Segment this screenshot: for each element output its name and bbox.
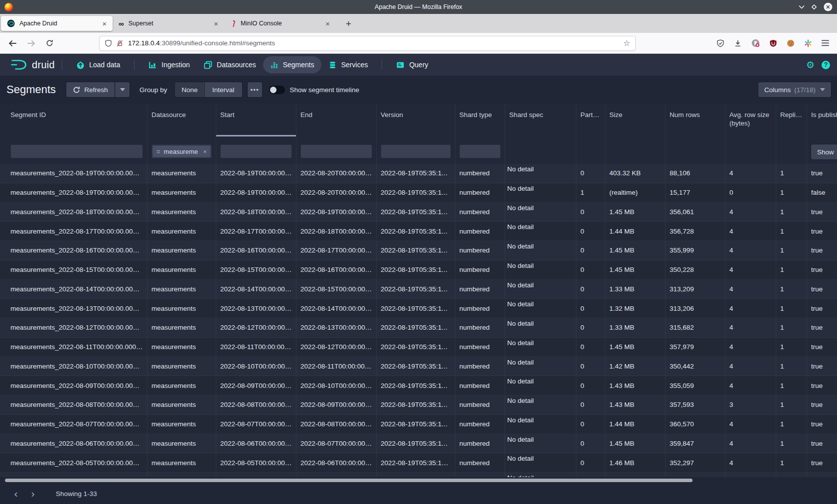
table-row[interactable]: measurements_2022-08-17T00:00:00.000Z...… — [0, 222, 837, 241]
cell-value: measurements — [151, 324, 196, 331]
table-row[interactable]: measurements_2022-08-16T00:00:00.000Z...… — [0, 241, 837, 260]
column-header[interactable]: Is published — [807, 104, 837, 136]
table-row[interactable]: measurements_2022-08-05T00:00:00.000Z...… — [0, 453, 837, 473]
remove-filter-icon[interactable]: × — [203, 148, 207, 155]
chevron-down-icon — [120, 88, 125, 91]
cell-value: 2022-08-19T00:00:00.0... — [220, 169, 292, 177]
column-header[interactable]: End — [296, 104, 377, 136]
segment-timeline-toggle[interactable] — [269, 86, 285, 94]
refresh-button[interactable]: Refresh — [66, 82, 115, 97]
table-row[interactable]: measurements_2022-08-07T00:00:00.000Z...… — [0, 415, 837, 434]
table-row[interactable]: measurements_2022-08-04T00:00:00.000Z...… — [0, 473, 837, 477]
table-row[interactable]: measurements_2022-08-14T00:00:00.000Z...… — [0, 280, 837, 299]
column-header[interactable]: Replicas — [776, 104, 807, 136]
back-icon[interactable] — [8, 39, 17, 47]
forward-icon[interactable] — [27, 39, 36, 47]
more-options-button[interactable]: ••• — [248, 82, 262, 97]
column-header[interactable]: Version — [377, 104, 455, 136]
column-header[interactable]: Avg. row size (bytes) — [725, 104, 776, 136]
bookmark-star-icon[interactable]: ☆ — [623, 38, 630, 48]
column-header[interactable]: Partition — [576, 104, 605, 136]
table-row[interactable]: measurements_2022-08-10T00:00:00.000Z...… — [0, 357, 837, 377]
cell-value: 2022-08-11T00:00:00.0... — [220, 343, 292, 351]
menu-icon[interactable] — [822, 40, 829, 46]
nav-item-services[interactable]: Services — [321, 56, 375, 73]
table-cell: measurements — [147, 318, 216, 337]
help-icon[interactable]: ? — [822, 61, 830, 69]
filter-input[interactable] — [10, 144, 143, 158]
win-close-icon[interactable] — [824, 2, 833, 11]
table-row[interactable]: measurements_2022-08-09T00:00:00.000Z...… — [0, 376, 837, 395]
ublock-icon[interactable] — [769, 39, 777, 47]
column-header[interactable]: Datasource — [147, 104, 216, 136]
column-header[interactable]: Start — [216, 104, 296, 136]
refresh-options-button[interactable] — [115, 82, 130, 97]
tab-close-icon[interactable]: × — [212, 20, 220, 27]
column-header[interactable]: Shard type — [455, 104, 505, 136]
shield-check-icon[interactable] — [716, 39, 724, 47]
column-header[interactable]: Size — [605, 104, 666, 136]
table-row[interactable]: measurements_2022-08-08T00:00:00.000Z...… — [0, 395, 837, 415]
nav-item-datasources[interactable]: Datasources — [197, 56, 263, 73]
column-header[interactable]: Shard spec — [505, 104, 576, 136]
table-cell: 351,204 — [666, 473, 725, 477]
table-row[interactable]: measurements_2022-08-06T00:00:00.000Z...… — [0, 434, 837, 454]
table-row[interactable]: measurements_2022-08-19T00:00:00.000Z...… — [0, 183, 837, 203]
table-row[interactable]: measurements_2022-08-13T00:00:00.000Z...… — [0, 299, 837, 318]
filter-input[interactable]: =measureme× — [151, 144, 212, 158]
group-by-option-none[interactable]: None — [175, 82, 205, 97]
cell-value: measurements_2022-08-14T00:00:00.000Z... — [10, 285, 143, 293]
prev-page-button[interactable]: ‹ — [9, 487, 23, 501]
table-row[interactable]: measurements_2022-08-18T00:00:00.000Z...… — [0, 203, 837, 222]
win-chevron-icon[interactable] — [799, 5, 805, 9]
next-page-button[interactable]: › — [26, 487, 40, 501]
nav-item-query[interactable]: Query — [389, 56, 435, 73]
table-cell: 0 — [576, 357, 605, 376]
insecure-lock-icon[interactable] — [116, 39, 124, 47]
scrollbar-thumb[interactable] — [5, 479, 693, 482]
url-bar[interactable]: 172.18.0.4:30899/unified-console.html#se… — [99, 36, 636, 51]
nav-item-ingestion[interactable]: Ingestion — [141, 56, 197, 73]
columns-button[interactable]: Columns (17/18) — [758, 82, 831, 97]
shield-icon[interactable] — [105, 39, 112, 47]
url-text[interactable]: 172.18.0.4:30899/unified-console.html#se… — [128, 39, 275, 47]
table-row[interactable]: measurements_2022-08-11T00:00:00.000Z...… — [0, 338, 837, 357]
tab-close-icon[interactable]: × — [100, 20, 109, 27]
filter-input[interactable] — [381, 144, 451, 158]
nav-item-segments[interactable]: Segments — [263, 56, 321, 73]
cell-value: No detail — [507, 243, 534, 250]
win-diamond-icon[interactable] — [811, 4, 817, 10]
reload-icon[interactable] — [46, 39, 53, 47]
toolbar-icons — [716, 39, 829, 47]
browser-tab[interactable]: MinIO Console× — [224, 16, 336, 31]
extension-icon[interactable] — [751, 39, 760, 47]
datasource-filter-tag[interactable]: =measureme× — [153, 146, 210, 157]
group-by-option-interval[interactable]: Interval — [205, 82, 242, 97]
browser-tab[interactable]: ∞Superset× — [113, 16, 224, 31]
table-cell: measurements — [147, 376, 216, 395]
column-header[interactable]: Num rows — [666, 104, 725, 136]
column-header[interactable]: Segment ID — [0, 104, 147, 136]
cell-value: numbered — [459, 343, 490, 351]
tab-close-icon[interactable]: × — [323, 20, 332, 27]
show-filter-button[interactable]: Show — [811, 144, 837, 159]
cookie-icon[interactable] — [787, 39, 795, 47]
cell-value: 4 — [729, 266, 733, 273]
nav-item-load-data[interactable]: Load data — [69, 56, 127, 73]
download-icon[interactable] — [734, 39, 742, 47]
navbar-right: ⚙ ? — [806, 60, 830, 70]
cell-value: 313,206 — [670, 305, 694, 312]
filter-input[interactable] — [459, 144, 501, 158]
cell-value: 2022-08-19T05:35:11.9... — [381, 169, 451, 177]
filter-input[interactable] — [300, 144, 372, 158]
pinwheel-icon[interactable] — [804, 39, 812, 47]
table-row[interactable]: measurements_2022-08-12T00:00:00.000Z...… — [0, 318, 837, 338]
table-row[interactable]: measurements_2022-08-19T00:00:00.000Z...… — [0, 164, 837, 183]
browser-tab[interactable]: Apache Druid× — [1, 16, 113, 31]
settings-gear-icon[interactable]: ⚙ — [806, 60, 815, 70]
new-tab-button[interactable]: + — [343, 19, 354, 28]
filter-input[interactable] — [220, 144, 292, 158]
table-cell: 1 — [776, 357, 807, 376]
druid-logo[interactable]: druid — [10, 58, 55, 71]
table-row[interactable]: measurements_2022-08-15T00:00:00.000Z...… — [0, 260, 837, 280]
